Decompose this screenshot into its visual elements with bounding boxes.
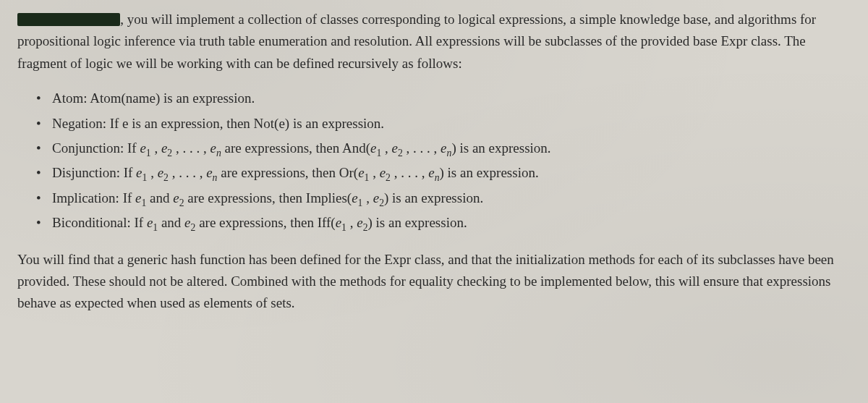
intro-paragraph: In this assignment, you will implement a… [17,9,851,75]
list-item: Conjunction: If e1 , e2 , . . . , en are… [36,137,851,159]
outro-paragraph: You will find that a generic hash functi… [17,249,851,315]
bullet-body: If e1 , e2 , . . . , en are expressions,… [120,165,539,180]
intro-text: , you will implement a collection of cla… [17,12,816,71]
list-item: Biconditional: If e1 and e2 are expressi… [36,212,851,234]
list-item: Implication: If e1 and e2 are expression… [36,187,851,209]
bullet-body: If e1 and e2 are expressions, then Impli… [119,190,483,205]
bullet-label: Conjunction: [52,140,124,156]
bullet-body: If e1 and e2 are expressions, then Iff(e… [131,215,467,230]
list-item: Negation: If e is an expression, then No… [36,113,851,135]
bullet-body: Atom(name) is an expression. [88,90,255,106]
definition-list: Atom: Atom(name) is an expression. Negat… [36,88,851,234]
bullet-label: Implication: [52,190,119,205]
bullet-label: Biconditional: [52,215,131,230]
list-item: Atom: Atom(name) is an expression. [36,88,851,109]
list-item: Disjunction: If e1 , e2 , . . . , en are… [36,162,851,184]
bullet-label: Disjunction: [52,165,120,180]
redacted-text: In this assignment [17,13,120,26]
bullet-label: Atom: [52,90,88,106]
bullet-body: If e is an expression, then Not(e) is an… [106,116,384,131]
bullet-body: If e1 , e2 , . . . , en are expressions,… [124,140,550,156]
bullet-label: Negation: [52,116,106,131]
